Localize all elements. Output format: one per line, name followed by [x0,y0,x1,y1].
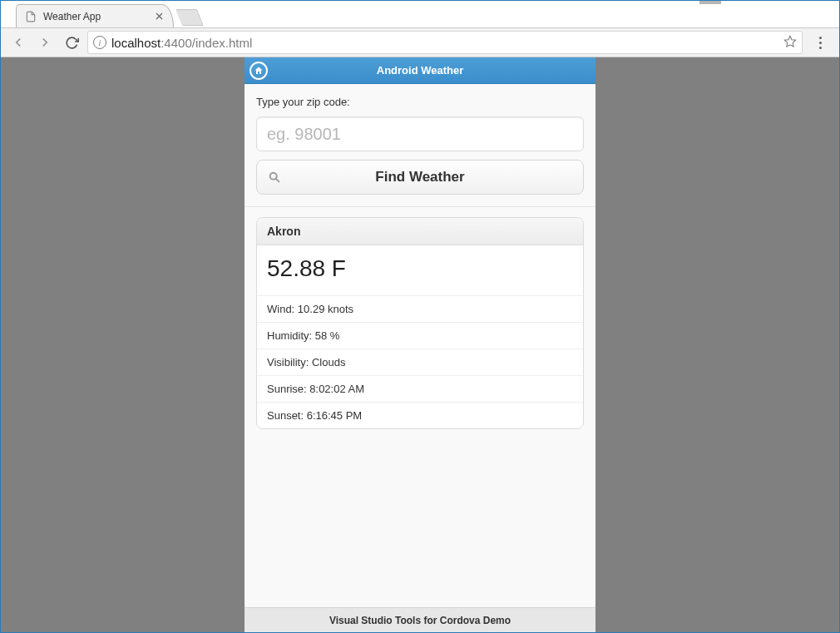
url-host: localhost [111,36,161,50]
result-humidity: Humidity: 58 % [257,323,583,349]
browser-toolbar: i localhost:4400/index.html [1,27,839,57]
browser-tab[interactable]: Weather App [16,4,174,27]
search-icon [267,170,282,185]
find-weather-button[interactable]: Find Weather [256,160,584,195]
file-icon [25,11,37,22]
tab-strip: Weather App [1,4,839,27]
address-bar[interactable]: i localhost:4400/index.html [87,31,803,54]
forward-button[interactable] [34,32,56,53]
result-sunrise: Sunrise: 8:02:02 AM [257,376,583,403]
home-button[interactable] [250,62,268,80]
zip-input[interactable] [256,116,584,151]
reload-button[interactable] [61,32,82,53]
result-wind: Wind: 10.29 knots [257,296,583,323]
zip-label: Type your zip code: [256,96,584,108]
page-viewport: Android Weather Type your zip code: Find… [1,57,839,632]
result-city: Akron [257,218,583,245]
bookmark-star-icon[interactable] [783,35,797,51]
url-path: /index.html [192,36,253,50]
close-tab-icon[interactable] [153,11,165,22]
app-header: Android Weather [245,57,595,84]
result-card: Akron 52.88 F Wind: 10.29 knots Humidity… [256,217,584,429]
back-button[interactable] [7,32,29,53]
site-info-icon[interactable]: i [93,36,106,49]
svg-line-9 [276,179,279,181]
svg-marker-7 [784,36,795,47]
tab-title: Weather App [43,11,101,22]
find-weather-label: Find Weather [375,169,464,185]
result-temperature: 52.88 F [257,245,583,296]
new-tab-button[interactable] [175,9,204,26]
app-title: Android Weather [245,64,595,77]
app-frame: Android Weather Type your zip code: Find… [245,57,595,632]
result-visibility: Visibility: Clouds [257,349,583,376]
result-sunset: Sunset: 6:16:45 PM [257,403,583,428]
url-port: :4400 [161,36,192,50]
search-section: Type your zip code: Find Weather [245,84,595,207]
app-footer: Visual Studio Tools for Cordova Demo [245,607,595,632]
browser-menu-button[interactable] [808,37,833,49]
